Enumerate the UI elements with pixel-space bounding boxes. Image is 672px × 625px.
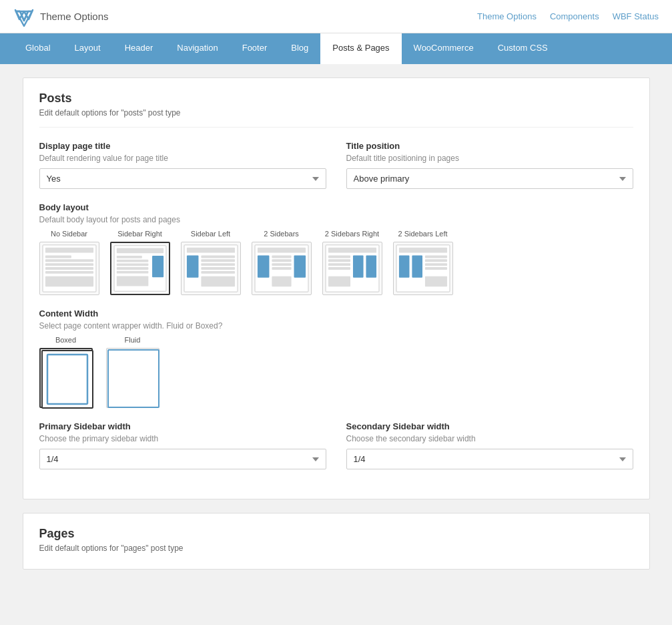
svg-rect-43 [328,267,350,270]
svg-rect-37 [272,276,291,287]
layout-2-sidebars-thumb [252,242,312,295]
tab-posts-pages[interactable]: Posts & Pages [320,33,401,64]
svg-rect-58 [108,350,159,407]
svg-rect-22 [186,256,198,278]
svg-rect-54 [424,267,446,270]
primary-sidebar-label: Primary Sidebar width [39,421,326,431]
layout-sidebar-left-thumb [181,242,241,295]
title-fields-row: Display page title Default rendering val… [39,141,633,189]
svg-rect-42 [328,263,350,266]
title-position-desc: Default title positioning in pages [346,154,633,163]
body-layout-label: Body layout [39,202,633,212]
layout-sidebar-right-thumb [110,242,170,295]
display-title-select[interactable]: Yes No [39,168,326,189]
secondary-sidebar-select[interactable]: 1/4 1/3 1/2 [346,449,633,469]
svg-rect-39 [328,248,376,253]
tab-woocommerce[interactable]: WooCommerce [402,33,486,64]
tab-navigation[interactable]: Navigation [165,33,230,64]
primary-sidebar-select[interactable]: 1/4 1/3 1/2 [39,449,326,469]
svg-rect-24 [201,259,235,262]
svg-rect-6 [45,259,93,262]
cw-boxed-label: Boxed [55,336,76,344]
cw-boxed[interactable]: Boxed [39,336,93,408]
tab-layout[interactable]: Layout [63,33,113,64]
svg-rect-44 [352,256,363,278]
svg-rect-19 [116,276,148,286]
cw-boxed-thumb [39,348,93,408]
svg-rect-50 [412,256,422,278]
nav-theme-options[interactable]: Theme Options [477,11,537,21]
svg-rect-9 [45,271,93,274]
primary-sidebar-desc: Choose the primary sidebar width [39,434,326,443]
layout-2-sidebars-left-label: 2 Sidebars Left [398,230,448,238]
svg-rect-8 [45,267,93,270]
layout-2-sidebars-right-label: 2 Sidebars Right [325,230,379,238]
topbar-nav: Theme Options Components WBF Status [477,11,659,21]
layout-2-sidebars[interactable]: 2 Sidebars [252,230,312,295]
nav-wbf-status[interactable]: WBF Status [613,11,659,21]
title-position-select[interactable]: Above primary Below primary Hidden [346,168,633,189]
tab-blog[interactable]: Blog [279,33,320,64]
svg-rect-35 [272,267,291,270]
svg-rect-23 [201,256,235,258]
layout-sidebar-left-label: Sidebar Left [191,230,230,238]
svg-rect-55 [424,276,446,287]
posts-section-subtitle: Edit default options for "posts" post ty… [39,108,633,128]
svg-rect-41 [328,259,350,262]
display-title-desc: Default rendering value for page title [39,154,326,163]
title-position-label: Title position [346,141,633,151]
svg-rect-17 [116,271,148,274]
layout-sidebar-right[interactable]: Sidebar Right [110,230,170,295]
svg-rect-16 [116,267,148,270]
display-title-label: Display page title [39,141,326,151]
content-width-label: Content Width [39,308,633,319]
svg-rect-13 [116,256,141,258]
pages-section-title: Pages [39,527,633,541]
layout-2-sidebars-left-thumb [393,242,453,295]
cw-fluid-label: Fluid [125,336,141,344]
svg-rect-34 [272,263,291,266]
layout-sidebar-right-label: Sidebar Right [117,230,162,238]
layout-options: No Sidebar [39,230,633,295]
tab-custom-css[interactable]: Custom CSS [486,33,560,64]
svg-rect-7 [45,263,93,266]
svg-rect-5 [45,256,71,258]
svg-rect-32 [272,256,291,258]
layout-2-sidebars-label: 2 Sidebars [264,230,299,238]
body-layout-desc: Default body layout for posts and pages [39,215,633,224]
layout-2-sidebars-right[interactable]: 2 Sidebars Right [322,230,382,295]
tab-footer[interactable]: Footer [230,33,280,64]
sidebar-width-row: Primary Sidebar width Choose the primary… [39,421,633,469]
svg-rect-25 [201,263,235,266]
svg-rect-30 [257,248,305,253]
svg-rect-36 [294,256,306,278]
layout-2-sidebars-left[interactable]: 2 Sidebars Left [393,230,453,295]
layout-sidebar-left[interactable]: Sidebar Left [181,230,241,295]
secondary-sidebar-col: Secondary Sidebar width Choose the secon… [346,421,633,469]
svg-rect-40 [328,256,350,258]
secondary-sidebar-label: Secondary Sidebar width [346,421,633,431]
svg-rect-15 [116,263,148,266]
content-width-options: Boxed Fluid [39,336,633,408]
cw-fluid[interactable]: Fluid [106,336,159,408]
body-layout-section: Body layout Default body layout for post… [39,202,633,295]
svg-rect-48 [398,248,446,253]
pages-section-subtitle: Edit default options for "pages" post ty… [39,544,633,553]
layout-no-sidebar[interactable]: No Sidebar [39,230,99,295]
svg-rect-27 [201,271,235,274]
svg-rect-10 [45,276,93,287]
tab-header[interactable]: Header [113,33,165,64]
svg-rect-53 [424,263,446,266]
display-title-col: Display page title Default rendering val… [39,141,326,189]
svg-rect-57 [47,355,87,404]
top-bar: Theme Options Theme Options Components W… [0,0,672,33]
svg-rect-31 [257,256,269,278]
tab-global[interactable]: Global [13,33,63,64]
cw-fluid-thumb [106,348,159,408]
primary-sidebar-col: Primary Sidebar width Choose the primary… [39,421,326,469]
nav-components[interactable]: Components [550,11,599,21]
svg-rect-26 [201,267,235,270]
topbar-title: Theme Options [40,11,109,22]
svg-rect-12 [116,248,163,254]
svg-rect-18 [152,256,163,277]
